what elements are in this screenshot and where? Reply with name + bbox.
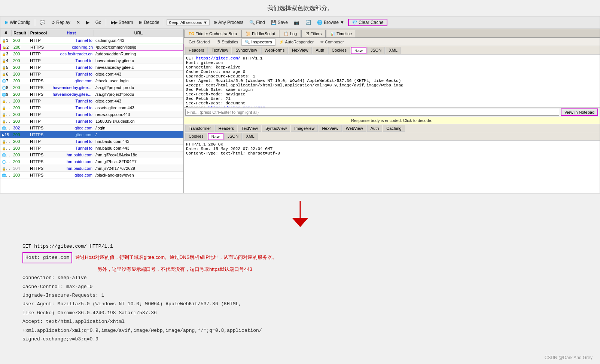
table-row[interactable]: 🔒6 200 HTTP Tunnel to gitee.com:443 [0,71,183,77]
session-num: 🔒4 [0,58,12,63]
session-icon: 🔒 [2,39,6,43]
table-row[interactable]: ▶15 200 HTTPS gitee.com / [0,131,183,138]
table-row[interactable]: 🔒2 200 HTTPS csdnimg.cn /public/common/l… [0,44,183,51]
save-button[interactable]: 💾 Save [269,19,290,26]
decode-button[interactable]: ⊞ Decode [137,19,161,26]
tab-fiddlerscript[interactable]: 📜 FiddlerScript [241,30,279,37]
table-row[interactable]: 🌐21 200 HTTPS gitee.com /black-and-grey/… [0,172,183,178]
table-row[interactable]: 🌐19 200 HTTPS hm.baidu.com /hm.gif?hca=8… [0,158,183,165]
table-row[interactable]: 🔒11 200 HTTP Tunnel to assets.gitee.com:… [0,104,183,111]
request-tab-auth[interactable]: Auth [313,47,328,54]
table-row[interactable]: 🔒3 200 HTTP dcs.foxitreader.cn /addon/ad… [0,51,183,57]
find-input[interactable] [185,109,559,116]
session-url: /public/common/libs/jq [94,45,183,50]
response-encoded-bar[interactable]: Response body is encoded. Click to decod… [184,117,600,124]
find-button[interactable]: 🔍 Find [247,19,267,26]
table-row[interactable]: 🔒5 200 HTTP Tunnel to haveaniceday.gitee… [0,64,183,71]
response-tab-transformer[interactable]: Transformer [185,125,214,132]
response-tab-imageview[interactable]: ImageView [291,125,318,132]
session-result: 200 [12,139,28,144]
col-header-host: Host [49,30,94,36]
snapshot-button[interactable]: 📷 [292,19,302,26]
tab-get-started[interactable]: Get Started [185,39,213,46]
cross-button[interactable]: ✕ [74,19,82,26]
request-tab-headers[interactable]: Headers [185,47,208,54]
request-tab-webforms[interactable]: WebForms [261,47,288,54]
response-tab2-raw[interactable]: Raw [208,133,223,140]
table-row[interactable]: 🔒12 200 HTTP Tunnel to res.wx.qq.com:443 [0,111,183,118]
browse-button[interactable]: 🌐 Browse ▼ [315,19,347,26]
session-host: hm.baidu.com [49,166,94,171]
request-tab-syntaxview[interactable]: SyntaxView [232,47,260,54]
response-tab2-json[interactable]: JSON [224,133,242,140]
toolbar: ⊞ WinConfig 💬 ↺ Replay ✕ ▶ Go ▶▶ Stream … [0,16,600,29]
table-row[interactable]: 🌐18 200 HTTPS hm.baidu.com /hm.gif?cc=18… [0,152,183,158]
autoresponder-icon: ⚡ [279,40,284,44]
session-icon: 🔒 [2,139,10,144]
request-tab-json[interactable]: JSON [367,47,385,54]
arrow-button[interactable]: ▶ [84,19,92,26]
table-row[interactable]: 🌐7 200 HTTPS gitee.com /check_user_login [0,77,183,84]
session-icon: 🔒 [2,105,10,110]
session-icon: 🌐 [2,86,6,90]
session-protocol: HTTP [28,98,49,104]
view-notepad-button[interactable]: View in Notepad [561,108,598,116]
response-tab-auth[interactable]: Auth [367,125,383,132]
tab-inspectors[interactable]: 🔍 Inspectors [241,39,275,46]
table-row[interactable]: 🔒1 200 HTTP Tunnel to csdnimg.cn:443 [0,37,183,44]
session-num: 🔒2 [1,45,12,50]
explanation-line: Upgrade-Insecure-Requests: 1 [22,291,578,300]
request-tab-raw[interactable]: Raw [351,47,366,54]
response-tab-syntaxview[interactable]: SyntaxView [262,125,290,132]
session-num: 🌐7 [0,78,12,83]
request-line: Sec-Fetch-Site: same-origin [186,88,597,92]
replay-button[interactable]: ↺ Replay [49,19,72,26]
session-num: 🌐8 [0,85,12,90]
winconfig-button[interactable]: ⊞ WinConfig [3,19,33,26]
table-row[interactable]: 🌐14 302 HTTPS gitee.com /login [0,125,183,131]
table-row[interactable]: 🔒10 200 HTTP Tunnel to gitee.com:443 [0,98,183,104]
request-tab-textview[interactable]: TextView [208,47,232,54]
keep-sessions-button[interactable]: Keep: All sessions ▼ [167,19,210,25]
comment-button[interactable]: 💬 [37,19,48,26]
tab-log[interactable]: 📋 Log [280,30,301,37]
response-tab-caching[interactable]: Caching [383,125,405,132]
table-row[interactable]: 🌐9 200 HTTPS haveaniceday.gitee.... /sa.… [0,91,183,98]
table-row[interactable]: 🔒16 200 HTTP Tunnel to hm.baidu.com:443 [0,138,183,145]
go-button[interactable]: Go [93,19,104,26]
table-row[interactable]: 🔒17 200 HTTP Tunnel to hm.baidu.com:443 [0,145,183,152]
request-tab-xml[interactable]: XML [386,47,401,54]
tab-filters[interactable]: ☑ Filters [301,30,326,37]
refresh-button[interactable]: 🔄 [303,19,313,26]
tab-composer[interactable]: ✏ Composer [317,39,347,46]
session-url: /check_user_login [94,78,183,83]
tab-autoresponder[interactable]: ⚡ AutoResponder [275,39,317,46]
session-host: Tunnel to [49,58,94,63]
request-line: Sec-Fetch-User: ?1 [186,97,597,101]
request-tab-hexview[interactable]: HexView [289,47,311,54]
table-row[interactable]: 🌐8 200 HTTPS haveaniceday.gitee.... /sa.… [0,84,183,91]
request-tab-cookies[interactable]: Cookies [328,47,350,54]
session-result: 200 [12,58,28,63]
response-tab2-xml[interactable]: XML [243,133,258,140]
stream-button[interactable]: ▶▶ Stream [109,19,135,26]
session-host: gitee.com [49,78,94,83]
any-process-button[interactable]: ⊕ Any Process [211,19,246,26]
tab-timeline[interactable]: 📊 Timeline [326,30,356,37]
response-tab-webview[interactable]: WebView [342,125,366,132]
clear-cache-button[interactable]: 💎 Clear Cache [348,19,387,26]
session-result: 200 [12,78,28,83]
stats-icon: ⏱ [216,40,220,44]
table-row[interactable]: 🔒4 200 HTTP Tunnel to haveaniceday.gitee… [0,57,183,64]
table-row[interactable]: 🔒13 200 HTTP Tunnel to 1588039.s4.udesk.… [0,118,183,125]
response-tab-hexview[interactable]: HexView [319,125,341,132]
request-url-link[interactable]: https://gitee.com/ [196,56,240,61]
tab-statistics[interactable]: ⏱ Statistics [213,39,241,46]
session-protocol: HTTPS [28,172,49,178]
table-row[interactable]: 🔒20 304 HTTPS hm.baidu.com /hm.js?24f177… [0,165,183,172]
response-tab2-cookies[interactable]: Cookies [185,133,207,140]
response-line: HTTP/1.1 200 OK [186,142,597,147]
response-tab-headers[interactable]: Headers [215,125,238,132]
response-tab-textview[interactable]: TextView [238,125,261,132]
tab-orchestra[interactable]: FO Fiddler Orchestra Beta [185,30,241,37]
